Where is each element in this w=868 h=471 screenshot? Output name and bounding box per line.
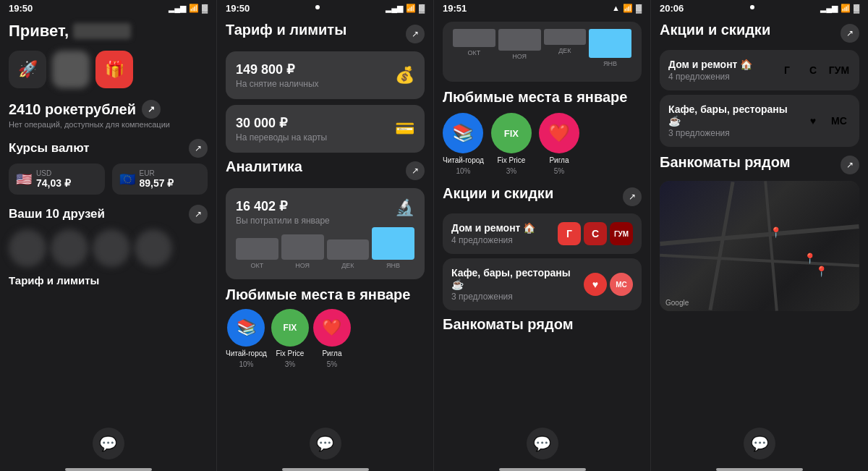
chart-bar-oct	[236, 238, 278, 260]
currency-expand-btn[interactable]: ↗	[189, 139, 208, 158]
status-icons-4: ▂▄▆ 📶 ▓	[820, 4, 859, 13]
bottom-bar-3: 💬	[434, 422, 650, 468]
promo-cafe-logos-4: ♥ MC	[801, 109, 851, 132]
promo-cafe-count-4: 3 предложения	[668, 128, 801, 138]
currency-row: 🇺🇸 USD 74,03 ₽ 🇪🇺 EUR 89,57 ₽	[9, 164, 208, 195]
balance-section: 2410 рокетрублей ↗ Нет операций, доступн…	[9, 100, 208, 129]
analytics-expand-btn[interactable]: ↗	[406, 161, 425, 180]
panel-2-content: Тариф и лимиты ↗ 149 800 ₽ На снятие нал…	[217, 16, 433, 422]
analytics-card[interactable]: 16 402 ₽ Вы потратили в январе 🔬 ОКТ НОЯ…	[226, 188, 425, 279]
mini-label-oct: ОКТ	[468, 49, 481, 56]
promo-cafe-4[interactable]: Кафе, бары, рестораны ☕ 3 предложения ♥ …	[660, 95, 859, 147]
promo-cafe-3[interactable]: Кафе, бары, рестораны ☕ 3 предложения ♥ …	[443, 258, 642, 310]
panel-1: 19:50 ▂▄▆ 📶 ▓ Привет, 🚀 🎁 2410 рокетрубл…	[0, 0, 217, 471]
chart-label-oct: ОКТ	[251, 262, 264, 269]
signal-icon-3: ▲	[612, 4, 620, 12]
limit-transfer-amount: 30 000 ₽	[236, 115, 327, 131]
promos-expand-btn-4[interactable]: ↗	[841, 24, 859, 43]
status-icons-2: ▂▄▆ 📶 ▓	[386, 4, 425, 13]
p4-promo-logo-heart: ♥	[801, 109, 825, 132]
limit-transfer-info: 30 000 ₽ На переводы на карты	[236, 115, 327, 143]
promo-home-4[interactable]: Дом и ремонт 🏠 4 предложения Г С ГУМ	[660, 50, 859, 90]
mini-bar-jan	[589, 29, 631, 58]
p3-fav-fix-icon: FIX	[491, 113, 532, 153]
fav-chitai-name: Читай-город	[226, 349, 267, 357]
map-road-h2	[660, 254, 859, 267]
limit-card-cash[interactable]: 149 800 ₽ На снятие наличных 💰	[226, 51, 425, 99]
promo-home-3[interactable]: Дом и ремонт 🏠 4 предложения Г С ГУМ	[443, 213, 642, 254]
balance-amount: 2410 рокетрублей ↗	[9, 100, 208, 119]
status-bar-2: 19:50 ▂▄▆ 📶 ▓	[217, 0, 433, 16]
chat-button-3[interactable]: 💬	[527, 428, 558, 459]
action-btn-3[interactable]: 🎁	[95, 51, 133, 88]
friend-avatar-4	[135, 229, 172, 267]
bottom-bar-4: 💬	[651, 422, 868, 468]
dot-indicator-2	[315, 5, 320, 9]
p3-fav-fix[interactable]: FIX Fix Price 3%	[491, 113, 532, 175]
wifi-icon-2: 📶	[406, 4, 416, 13]
map-bg-4: 📍 📍 📍 Google	[660, 181, 859, 311]
friend-avatar-3	[93, 229, 130, 267]
action-btn-2[interactable]	[52, 51, 90, 88]
limit-card-transfer[interactable]: 30 000 ₽ На переводы на карты 💳	[226, 105, 425, 153]
fav-places-2: 📚 Читай-город 10% FIX Fix Price 3% ❤️ Ри…	[226, 309, 425, 368]
promo-logo-s: С	[584, 222, 607, 245]
balance-expand-btn[interactable]: ↗	[142, 100, 161, 119]
mini-nov: НОЯ	[498, 29, 541, 67]
limit-transfer-icon: 💳	[395, 119, 414, 138]
map-road-h1	[660, 224, 859, 246]
mini-label-dec: ДЕК	[558, 47, 571, 54]
home-indicator-3	[499, 468, 586, 471]
p4-promo-logo-mc: MC	[827, 109, 851, 132]
battery-icon-1: ▓	[202, 4, 208, 12]
usd-card[interactable]: 🇺🇸 USD 74,03 ₽	[9, 164, 105, 195]
banks-expand-btn-4[interactable]: ↗	[841, 156, 859, 174]
chart-label-nov: НОЯ	[295, 262, 310, 269]
status-icons-3: ▲ 📶 ▓	[612, 4, 642, 13]
mini-chart: ОКТ НОЯ ДЕК ЯНВ	[450, 29, 634, 67]
usd-code: USD	[36, 169, 71, 177]
promo-home-info-3: Дом и ремонт 🏠 4 предложения	[451, 222, 535, 245]
banks-header-4: Банкоматы рядом ↗	[660, 154, 859, 175]
p4-promo-logo-g: Г	[775, 59, 799, 82]
home-indicator-2	[282, 468, 369, 471]
home-indicator-4	[716, 468, 803, 471]
chart-dec: ДЕК	[327, 239, 370, 269]
battery-icon-4: ▓	[854, 4, 859, 12]
fav-fixprice[interactable]: FIX Fix Price 3%	[271, 309, 309, 368]
tariff-expand-btn-2[interactable]: ↗	[406, 25, 425, 43]
promo-home-name-4: Дом и ремонт 🏠	[668, 59, 752, 70]
chart-label-jan: ЯНВ	[386, 262, 400, 269]
promo-logo-g: Г	[558, 222, 581, 245]
p3-fav-rigla[interactable]: ❤️ Ригла 5%	[539, 113, 579, 175]
signal-icon-4: ▂▄▆	[820, 4, 838, 13]
p3-fav-rigla-pct: 5%	[554, 167, 564, 175]
eur-card[interactable]: 🇪🇺 EUR 89,57 ₽	[112, 164, 208, 195]
chat-button-2[interactable]: 💬	[310, 428, 341, 459]
friends-expand-btn[interactable]: ↗	[189, 205, 208, 224]
map-road-v2	[764, 181, 778, 311]
p3-fav-chitai[interactable]: 📚 Читай-город 10%	[443, 113, 484, 175]
panel-2: 19:50 ▂▄▆ 📶 ▓ Тариф и лимиты ↗ 149 800 ₽…	[217, 0, 434, 471]
map-container-4[interactable]: 📍 📍 📍 Google	[660, 181, 859, 311]
chat-button-4[interactable]: 💬	[744, 428, 775, 459]
chat-button-1[interactable]: 💬	[93, 428, 124, 459]
action-btn-1[interactable]: 🚀	[9, 51, 46, 88]
friend-avatar-2	[51, 229, 88, 267]
promos-expand-btn-3[interactable]: ↗	[623, 187, 642, 206]
wifi-icon-4: 📶	[841, 4, 851, 13]
chart-label-dec: ДЕК	[341, 262, 354, 269]
status-time-1: 19:50	[9, 3, 33, 14]
panel-4-content: Акции и скидки ↗ Дом и ремонт 🏠 4 предло…	[651, 16, 868, 422]
battery-icon-3: ▓	[636, 4, 642, 12]
status-bar-3: 19:51 ▲ 📶 ▓	[434, 0, 650, 16]
p3-fav-rigla-icon: ❤️	[539, 113, 579, 153]
promo-home-count-4: 4 предложения	[668, 72, 752, 82]
fav-chitai-gorod[interactable]: 📚 Читай-город 10%	[226, 309, 267, 368]
google-label: Google	[665, 299, 689, 307]
promo-home-name-3: Дом и ремонт 🏠	[451, 222, 535, 234]
fav-rigla[interactable]: ❤️ Ригла 5%	[313, 309, 351, 368]
fav-fix-pct: 3%	[285, 360, 295, 368]
p4-promo-logo-s: С	[801, 59, 825, 82]
friend-avatar-1	[9, 229, 46, 267]
